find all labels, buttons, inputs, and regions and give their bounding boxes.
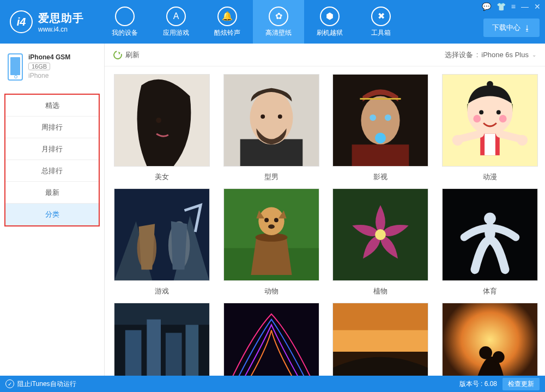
check-icon: ✓ bbox=[5, 379, 14, 388]
svg-point-39 bbox=[485, 222, 495, 242]
svg-point-12 bbox=[375, 133, 386, 144]
svg-point-33 bbox=[274, 218, 278, 222]
svg-point-2 bbox=[156, 118, 161, 123]
category-card-movie[interactable]: 影视 bbox=[331, 74, 431, 182]
svg-point-11 bbox=[385, 114, 391, 121]
thumb-male[interactable] bbox=[223, 74, 319, 167]
svg-point-10 bbox=[370, 114, 376, 121]
thumb-anime[interactable] bbox=[442, 74, 538, 167]
nav-apps[interactable]: A 应用游戏 bbox=[150, 0, 202, 44]
check-update-button[interactable]: 检查更新 bbox=[502, 378, 540, 390]
nav-flash[interactable]: ⬢ 刷机越狱 bbox=[304, 0, 355, 44]
thumb-11[interactable] bbox=[332, 303, 428, 376]
sidebar-menu: 精选 周排行 月排行 总排行 最新 分类 bbox=[4, 94, 100, 226]
refresh-icon bbox=[112, 49, 124, 61]
svg-rect-13 bbox=[352, 144, 409, 166]
skin-icon[interactable]: 👕 bbox=[496, 2, 506, 11]
appstore-icon: A bbox=[166, 7, 186, 26]
category-card-plant[interactable]: 植物 bbox=[331, 188, 431, 296]
thumb-10[interactable] bbox=[223, 303, 319, 376]
sidebar-item-category[interactable]: 分类 bbox=[5, 204, 99, 225]
sidebar-item-month[interactable]: 月排行 bbox=[5, 138, 99, 160]
nav-ringtones[interactable]: 🔔 酷炫铃声 bbox=[202, 0, 253, 44]
svg-point-6 bbox=[261, 114, 265, 119]
download-center-button[interactable]: 下载中心 ⭳ bbox=[483, 19, 540, 37]
thumb-movie[interactable] bbox=[332, 74, 428, 167]
svg-point-32 bbox=[264, 218, 269, 222]
svg-point-7 bbox=[278, 114, 282, 119]
svg-rect-44 bbox=[166, 333, 182, 376]
nav-my-device[interactable]: 我的设备 bbox=[99, 0, 150, 44]
category-card-male[interactable]: 型男 bbox=[222, 74, 322, 182]
box-icon: ⬢ bbox=[320, 7, 340, 26]
svg-point-20 bbox=[499, 115, 507, 122]
main-content: 刷新 选择设备 : iPhone 6s Plus ⌄ 美女 bbox=[105, 44, 545, 376]
category-card-10[interactable] bbox=[222, 303, 322, 376]
logo-icon: i4 bbox=[10, 10, 33, 33]
svg-point-23 bbox=[452, 135, 463, 146]
svg-point-19 bbox=[473, 115, 481, 122]
flower-icon: ✿ bbox=[269, 7, 288, 26]
close-icon[interactable]: ✕ bbox=[534, 2, 541, 11]
sidebar-item-newest[interactable]: 最新 bbox=[5, 182, 99, 204]
nav-tools[interactable]: ✖ 工具箱 bbox=[355, 0, 407, 44]
menu-icon[interactable]: ≡ bbox=[511, 2, 516, 11]
svg-point-16 bbox=[487, 81, 493, 88]
app-title: 爱思助手 bbox=[38, 11, 84, 26]
sidebar: iPhone4 GSM 16GB iPhone 精选 周排行 月排行 总排行 最… bbox=[0, 44, 105, 376]
thumb-plant[interactable] bbox=[332, 188, 428, 281]
app-subtitle: www.i4.cn bbox=[38, 26, 84, 33]
svg-point-5 bbox=[250, 91, 293, 145]
sidebar-item-week[interactable]: 周排行 bbox=[5, 117, 99, 138]
device-capacity: 16GB bbox=[28, 63, 50, 70]
minimize-icon[interactable]: — bbox=[521, 2, 529, 11]
device-selector[interactable]: 选择设备 : iPhone 6s Plus ⌄ bbox=[445, 50, 536, 60]
category-grid: 美女 型男 影视 bbox=[112, 74, 540, 376]
category-card-anime[interactable]: 动漫 bbox=[440, 74, 540, 182]
svg-point-24 bbox=[517, 135, 528, 146]
svg-point-52 bbox=[493, 351, 505, 363]
svg-point-17 bbox=[479, 110, 483, 114]
category-card-beauty[interactable]: 美女 bbox=[112, 74, 212, 182]
category-card-sport[interactable]: 体育 bbox=[440, 188, 540, 296]
device-name: iPhone4 GSM bbox=[28, 53, 70, 61]
feedback-icon[interactable]: 💬 bbox=[482, 2, 491, 11]
thumb-9[interactable] bbox=[114, 303, 210, 376]
thumb-animal[interactable] bbox=[223, 188, 319, 281]
thumb-beauty[interactable] bbox=[114, 74, 210, 167]
version-text: 版本号 : 6.08 bbox=[459, 379, 497, 389]
thumb-game[interactable] bbox=[114, 188, 210, 281]
chevron-down-icon: ⌄ bbox=[532, 52, 536, 58]
status-bar: ✓ 阻止iTunes自动运行 版本号 : 6.08 检查更新 bbox=[0, 376, 545, 392]
svg-point-18 bbox=[496, 110, 501, 114]
itunes-toggle[interactable]: ✓ 阻止iTunes自动运行 bbox=[5, 379, 76, 389]
device-type: iPhone bbox=[28, 72, 70, 79]
toolbar: 刷新 选择设备 : iPhone 6s Plus ⌄ bbox=[105, 44, 545, 66]
svg-point-34 bbox=[268, 224, 275, 229]
app-header: i4 爱思助手 www.i4.cn 我的设备 A 应用游戏 🔔 酷炫铃声 ✿ 高… bbox=[0, 0, 545, 44]
logo: i4 爱思助手 www.i4.cn bbox=[0, 10, 94, 33]
svg-rect-43 bbox=[147, 320, 161, 376]
main-nav: 我的设备 A 应用游戏 🔔 酷炫铃声 ✿ 高清壁纸 ⬢ 刷机越狱 ✖ 工具箱 bbox=[99, 0, 407, 44]
svg-rect-45 bbox=[186, 325, 199, 376]
device-panel[interactable]: iPhone4 GSM 16GB iPhone bbox=[0, 50, 104, 88]
sidebar-item-all[interactable]: 总排行 bbox=[5, 160, 99, 182]
category-card-11[interactable] bbox=[331, 303, 431, 376]
category-card-9[interactable] bbox=[112, 303, 212, 376]
svg-rect-22 bbox=[485, 134, 495, 156]
category-card-game[interactable]: 游戏 bbox=[112, 188, 212, 296]
window-controls: 💬 👕 ≡ — ✕ bbox=[482, 2, 541, 11]
apple-icon bbox=[115, 7, 135, 26]
category-card-animal[interactable]: 动物 bbox=[222, 188, 322, 296]
thumb-12[interactable] bbox=[442, 303, 538, 376]
download-icon: ⭳ bbox=[524, 24, 531, 32]
bell-icon: 🔔 bbox=[217, 7, 237, 26]
sidebar-item-featured[interactable]: 精选 bbox=[5, 95, 99, 117]
svg-point-36 bbox=[375, 229, 386, 240]
refresh-button[interactable]: 刷新 bbox=[113, 50, 140, 60]
category-card-12[interactable] bbox=[440, 303, 540, 376]
phone-icon bbox=[8, 53, 23, 81]
nav-wallpapers[interactable]: ✿ 高清壁纸 bbox=[253, 0, 304, 44]
svg-point-51 bbox=[479, 346, 492, 359]
thumb-sport[interactable] bbox=[442, 188, 538, 281]
